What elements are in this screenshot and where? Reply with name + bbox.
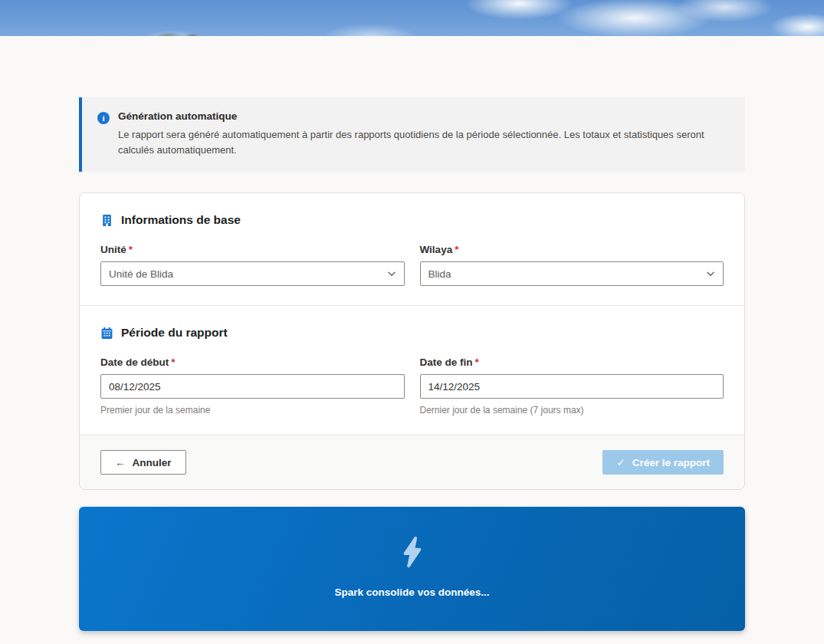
create-report-button[interactable]: ✓ Créer le rapport (602, 450, 724, 475)
alert-content: Génération automatique Le rapport sera g… (118, 110, 724, 158)
date-fin-label-text: Date de fin (420, 356, 473, 368)
wilaya-select[interactable]: Blida (420, 261, 724, 286)
section-period: Période du rapport Date de début* Premie… (80, 306, 744, 435)
alert-title: Génération automatique (118, 110, 724, 122)
cancel-button-label: Annuler (133, 457, 172, 468)
unite-select-wrap: Unité de Blida (100, 261, 405, 286)
section-basic-info: Informations de base Unité* Unité de Bli… (80, 193, 744, 306)
calendar-icon (100, 327, 113, 340)
create-report-button-label: Créer le rapport (632, 457, 710, 468)
back-arrow-icon: ← (115, 457, 126, 468)
date-fin-input[interactable] (420, 374, 724, 399)
unite-label: Unité* (100, 244, 405, 255)
date-debut-required-marker: * (171, 356, 175, 368)
date-debut-helper: Premier jour de la semaine (100, 405, 405, 416)
building-icon (100, 214, 113, 227)
lightning-bolt-icon (396, 534, 428, 570)
checkmark-icon: ✓ (616, 456, 625, 468)
section-basic-info-header: Informations de base (100, 213, 724, 227)
report-form-card: Informations de base Unité* Unité de Bli… (79, 192, 745, 490)
wilaya-select-wrap: Blida (420, 261, 724, 286)
date-fin-required-marker: * (475, 356, 479, 368)
unite-field-group: Unité* Unité de Blida (100, 244, 405, 286)
date-fin-label: Date de fin* (420, 356, 724, 368)
form-actions-footer: ← Annuler ✓ Créer le rapport (80, 435, 744, 489)
date-debut-input[interactable] (100, 374, 405, 399)
section-period-header: Période du rapport (100, 326, 724, 340)
spark-banner-message: Spark consolide vos données... (335, 586, 490, 598)
info-icon: i (97, 112, 110, 124)
wilaya-field-group: Wilaya* Blida (420, 244, 724, 286)
unite-select[interactable]: Unité de Blida (100, 261, 405, 286)
section-basic-info-title: Informations de base (121, 213, 241, 227)
alert-body: Le rapport sera généré automatiquement à… (118, 127, 724, 158)
page-container: i Génération automatique Le rapport sera… (79, 97, 745, 631)
date-debut-label-text: Date de début (100, 356, 169, 368)
wilaya-label: Wilaya* (420, 244, 724, 255)
sky-banner-image (0, 0, 824, 36)
basic-info-fields: Unité* Unité de Blida Wilaya* (100, 244, 724, 286)
spark-banner: Spark consolide vos données... (79, 507, 745, 631)
period-fields: Date de début* Premier jour de la semain… (100, 356, 724, 416)
section-period-title: Période du rapport (121, 326, 228, 340)
wilaya-label-text: Wilaya (420, 244, 453, 255)
date-debut-field-group: Date de début* Premier jour de la semain… (100, 356, 405, 416)
wilaya-required-marker: * (455, 244, 458, 255)
date-fin-field-group: Date de fin* Dernier jour de la semaine … (420, 356, 724, 416)
date-fin-helper: Dernier jour de la semaine (7 jours max) (420, 405, 724, 416)
unite-required-marker: * (129, 244, 133, 255)
unite-label-text: Unité (100, 244, 126, 255)
cancel-button[interactable]: ← Annuler (100, 450, 186, 475)
auto-generation-alert: i Génération automatique Le rapport sera… (79, 97, 745, 172)
date-debut-label: Date de début* (100, 356, 405, 368)
